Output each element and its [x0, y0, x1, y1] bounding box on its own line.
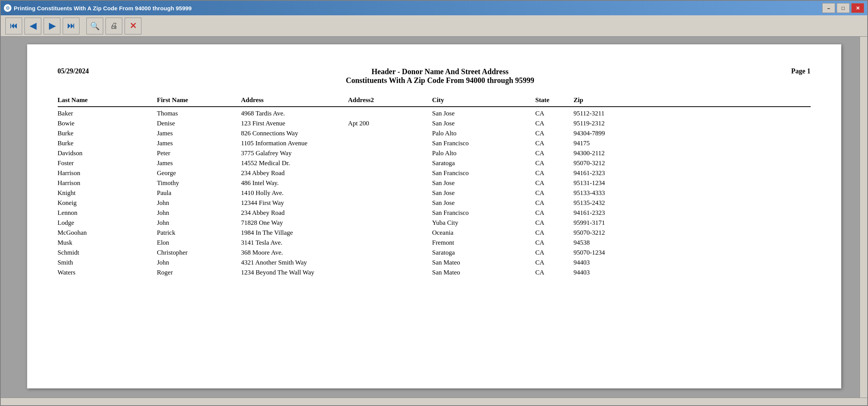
cell-first-name: John	[157, 219, 241, 227]
col-header-address: Address	[241, 96, 348, 104]
cell-state: CA	[535, 259, 574, 266]
page-title-center: Header - Donor Name And Street Address C…	[89, 67, 792, 85]
cell-state: CA	[535, 189, 574, 197]
content-area[interactable]: 05/29/2024 Header - Donor Name And Stree…	[1, 37, 867, 405]
col-header-last-name: Last Name	[58, 96, 157, 104]
cell-address2	[348, 259, 432, 266]
cell-zip: 95991-3171	[574, 219, 642, 227]
toolbar: ⏮ ◀ ▶ ⏭ 🔍 🖨 ✕	[1, 15, 867, 37]
cell-address2	[348, 269, 432, 276]
table-row: Harrison George 234 Abbey Road San Franc…	[58, 168, 811, 178]
cell-city: San Francisco	[432, 169, 535, 177]
cell-state: CA	[535, 249, 574, 257]
cell-state: CA	[535, 159, 574, 167]
cell-zip: 94175	[574, 140, 642, 147]
first-icon: ⏮	[10, 21, 18, 30]
cell-city: San Francisco	[432, 209, 535, 217]
table-row: Musk Elon 3141 Tesla Ave. Fremont CA 945…	[58, 238, 811, 248]
cell-state: CA	[535, 149, 574, 157]
cell-last-name: Burke	[58, 130, 157, 137]
cell-address2	[348, 209, 432, 217]
cell-first-name: George	[157, 169, 241, 177]
cell-city: San Jose	[432, 199, 535, 207]
table-row: Smith John 4321 Another Smith Way San Ma…	[58, 258, 811, 268]
cell-last-name: Harrison	[58, 169, 157, 177]
search-icon: 🔍	[90, 21, 100, 31]
cell-address2	[348, 189, 432, 197]
main-window: ⊙ Printing Constituents With A Zip Code …	[0, 0, 868, 406]
cell-city: San Jose	[432, 179, 535, 187]
cell-city: Saratoga	[432, 249, 535, 257]
scrollbar-horizontal[interactable]	[1, 398, 867, 405]
cell-address: 1105 Information Avenue	[241, 140, 348, 147]
table-row: Knight Paula 1410 Holly Ave. San Jose CA…	[58, 188, 811, 198]
cell-last-name: Bowie	[58, 120, 157, 127]
cell-city: Palo Alto	[432, 130, 535, 137]
cell-state: CA	[535, 219, 574, 227]
cell-first-name: Thomas	[157, 110, 241, 117]
cell-address: 368 Moore Ave.	[241, 249, 348, 257]
cell-zip: 95135-2432	[574, 199, 642, 207]
cell-first-name: Christopher	[157, 249, 241, 257]
table-row: Lodge John 71828 One Way Yuba City CA 95…	[58, 218, 811, 228]
cell-first-name: John	[157, 259, 241, 266]
first-page-button[interactable]: ⏮	[5, 18, 22, 34]
next-page-button[interactable]: ▶	[44, 18, 60, 34]
table-row: McGoohan Patrick 1984 In The Village Oce…	[58, 228, 811, 238]
cell-first-name: Paula	[157, 189, 241, 197]
table-row: Davidson Peter 3775 Galafrey Way Palo Al…	[58, 148, 811, 158]
cell-last-name: Foster	[58, 159, 157, 167]
cell-last-name: Koneig	[58, 199, 157, 207]
minimize-button[interactable]: –	[822, 3, 835, 13]
page-title-line1: Header - Donor Name And Street Address	[89, 67, 792, 76]
cell-city: San Jose	[432, 110, 535, 117]
cell-address2	[348, 140, 432, 147]
search-button[interactable]: 🔍	[86, 18, 103, 34]
last-page-button[interactable]: ⏭	[63, 18, 79, 34]
cell-state: CA	[535, 239, 574, 247]
table-row: Lennon John 234 Abbey Road San Francisco…	[58, 208, 811, 218]
col-header-first-name: First Name	[157, 96, 241, 104]
cell-address2	[348, 199, 432, 207]
cell-state: CA	[535, 120, 574, 127]
cell-city: San Jose	[432, 120, 535, 127]
cell-city: Saratoga	[432, 159, 535, 167]
print-button[interactable]: 🖨	[105, 18, 122, 34]
cell-first-name: Denise	[157, 120, 241, 127]
cell-first-name: Patrick	[157, 229, 241, 237]
table-row: Bowie Denise 123 First Avenue Apt 200 Sa…	[58, 119, 811, 128]
last-icon: ⏭	[67, 21, 75, 30]
table-row: Baker Thomas 4968 Tardis Ave. San Jose C…	[58, 109, 811, 119]
close-button[interactable]: ✕	[851, 3, 864, 13]
cell-address: 3141 Tesla Ave.	[241, 239, 348, 247]
cell-first-name: Elon	[157, 239, 241, 247]
prev-page-button[interactable]: ◀	[24, 18, 41, 34]
col-header-state: State	[535, 96, 574, 104]
cell-last-name: Burke	[58, 140, 157, 147]
page-header: 05/29/2024 Header - Donor Name And Stree…	[58, 67, 811, 85]
cell-zip: 94300-2112	[574, 149, 642, 157]
maximize-button[interactable]: □	[837, 3, 850, 13]
cell-address: 234 Abbey Road	[241, 209, 348, 217]
table-row: Harrison Timothy 486 Intel Way. San Jose…	[58, 178, 811, 188]
cell-city: San Mateo	[432, 259, 535, 266]
cancel-button[interactable]: ✕	[125, 18, 141, 34]
cell-city: San Mateo	[432, 269, 535, 276]
cell-state: CA	[535, 179, 574, 187]
cell-zip: 94538	[574, 239, 642, 247]
cell-first-name: Timothy	[157, 179, 241, 187]
cell-zip: 94161-2323	[574, 209, 642, 217]
cell-address: 1984 In The Village	[241, 229, 348, 237]
cell-address2	[348, 110, 432, 117]
cell-address: 4321 Another Smith Way	[241, 259, 348, 266]
print-icon: 🖨	[110, 21, 118, 30]
cell-address2: Apt 200	[348, 120, 432, 127]
cell-city: Yuba City	[432, 219, 535, 227]
data-table: Last Name First Name Address Address2 Ci…	[58, 96, 811, 278]
scrollbar-vertical[interactable]	[860, 37, 867, 398]
cell-last-name: Schmidt	[58, 249, 157, 257]
cell-state: CA	[535, 130, 574, 137]
cell-state: CA	[535, 269, 574, 276]
cell-state: CA	[535, 110, 574, 117]
cell-last-name: Knight	[58, 189, 157, 197]
